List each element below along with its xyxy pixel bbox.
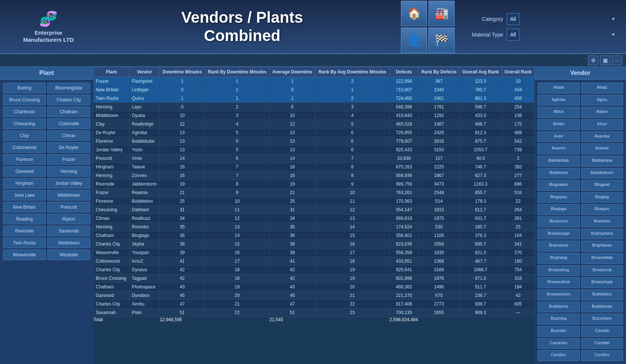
plant-btn[interactable]: Weaverville [3,250,46,260]
plant-btn[interactable]: Hingham [3,178,46,189]
table-row[interactable]: FlorenceBubbletube135136779,6072616875.7… [94,137,535,146]
plant-btn[interactable]: Florence [3,154,46,165]
plant-btn[interactable]: Riverside [3,226,46,236]
vendor-btn[interactable]: Avamba [581,132,623,142]
plant-btn[interactable]: Chesaning [3,118,46,129]
vendor-btn[interactable]: Browsezoom [538,289,580,300]
plant-btn[interactable]: Chatham [47,107,90,117]
factory-icon-btn[interactable]: 🏭 [429,1,455,26]
table-row[interactable]: GarwoodDynabox45204521221,370675238.742 [94,291,535,300]
table-row[interactable]: FrazerRealmix2192110763,2612548855.7516 [94,189,535,197]
plant-btn[interactable]: Cottonwood [3,142,46,153]
vendor-btn[interactable]: Camido [581,326,623,337]
plant-btn[interactable]: Henning [47,166,90,177]
vendor-btn[interactable]: Blognation [538,180,580,191]
vendor-btn[interactable]: Agimba [538,95,580,106]
vendor-btn[interactable]: Brainlounge [538,229,580,240]
vendor-btn[interactable]: Browsedrive [538,277,580,288]
vendor-btn[interactable]: Browsecat [581,265,623,276]
plant-btn[interactable]: Waldoboro [47,238,90,248]
plant-btn[interactable]: Charlevoix [3,107,46,117]
table-row[interactable]: ClayRealbridge124125465,0281487498.7175 [94,120,535,129]
vendor-btn[interactable]: Babbleblab [538,156,580,167]
table-row[interactable]: HenningLayo0263548,3991791598.7254 [94,103,535,111]
table-row[interactable]: HenningRoombo35133514174,524530185.725 [94,223,535,231]
plant-btn[interactable]: Prescott [47,202,90,212]
plant-btn[interactable]: Barling [3,83,46,93]
vendor-btn[interactable]: Blogtags [538,204,580,215]
table-row[interactable]: SavannahPlain51225123700,1352655909.3— [94,308,535,317]
table-row[interactable]: ChathamBlogtags36143615356,6011106378.31… [94,231,535,240]
table-row[interactable]: ClimaxRealbuzz34123413569,8181870631.728… [94,214,535,223]
plant-btn[interactable]: Clarksville [47,118,90,129]
vendor-btn[interactable]: Buzzshare [581,314,623,325]
vendor-btn[interactable]: Blogspan [538,192,580,203]
plant-btn[interactable]: Savannah [47,226,90,236]
vendor-btn[interactable]: Centifzu [581,350,623,361]
vendor-btn[interactable]: Babbleopia [581,156,623,167]
table-row[interactable]: MiddletownOyoba103104410,8401292433.0138 [94,111,535,120]
table-row[interactable]: Twin RocksQuinu1112724,4002401801.3456 [94,94,535,103]
vendor-btn[interactable]: Camimbo [538,338,580,349]
vendor-btn[interactable]: Agivu [581,95,623,106]
vendor-btn[interactable]: Bubblemix [538,302,580,313]
table-row[interactable]: FlorenceBubblebox25102511170,363514178.3… [94,197,535,206]
table-row[interactable]: WeavervilleYouspan39163917558,3581830621… [94,249,535,257]
table-row[interactable]: Bruce CrossingTagpad42184219601,99819766… [94,274,535,283]
vendor-btn[interactable]: Browsetype [581,277,623,288]
table-row[interactable]: Charles CitySkyba38153816623,6362056695.… [94,240,535,249]
plant-btn[interactable]: Charles City [47,95,90,105]
plant-btn[interactable]: Climax [47,130,90,141]
vendor-btn[interactable]: Brightbean [581,241,623,251]
vendor-btn[interactable]: Abatz [581,83,623,94]
more-toolbar-btn[interactable]: ··· [612,56,622,65]
table-row[interactable]: De RuylerAgimba135136729,8552426812.3468 [94,129,535,137]
vendor-btn[interactable]: Avamm [538,143,580,154]
vendor-btn[interactable]: Ailane [581,107,623,118]
filter-toolbar-btn[interactable]: ⚙ [588,56,598,65]
plant-btn[interactable]: Middletown [47,190,90,200]
vendor-btn[interactable]: Bluezoom [538,216,580,227]
vendor-btn[interactable]: Avee [538,132,580,142]
vendor-btn[interactable]: Babbleset [538,168,580,179]
plant-btn[interactable]: Reading [3,214,46,224]
vendor-btn[interactable]: Blogpad [581,180,623,191]
table-row[interactable]: HinghamTalane167168675,2632225746.7392 [94,163,535,171]
plant-btn[interactable]: June Lake [3,190,46,200]
plant-btn[interactable]: Bruce Crossing [3,95,46,105]
plant-btn[interactable]: New Britain [3,202,46,212]
category-select[interactable]: All [507,13,519,25]
table-row[interactable]: Charles CityAimbu47214722817,4062773938.… [94,300,535,308]
table-row[interactable]: RiversideJabberstorm198199999,7593473116… [94,180,535,189]
vendor-btn[interactable]: Bubblebox [581,289,623,300]
plant-btn[interactable]: Westside [47,250,90,260]
vendor-btn[interactable]: Buzzdog [538,314,580,325]
person-icon-btn[interactable]: 👤 [401,28,427,53]
table-row[interactable]: New BritainLinktype0101710,9072340780.74… [94,86,535,94]
vendor-btn[interactable]: Brainbox [581,216,623,227]
plant-btn[interactable]: Jordan Valley [47,178,90,189]
plant-btn[interactable]: Ripton [47,214,90,224]
plant-btn[interactable]: Frazer [47,154,90,165]
home-icon-btn[interactable]: 🏠 [401,1,427,26]
vendor-btn[interactable]: Babblestorm [581,168,623,179]
table-row[interactable]: HenningZooveo167168568,9361867627.3277 [94,171,535,180]
data-table-wrapper[interactable]: PlantVendorDowntime MinutesRank By Downt… [93,67,535,364]
vendor-btn[interactable]: Ainyx [581,119,623,130]
plant-btn[interactable]: Clay [3,130,46,141]
vendor-btn[interactable]: Centidel [581,338,623,349]
vendor-btn[interactable]: Browsebug [538,265,580,276]
table-row[interactable]: PrescottVinte14614733,83810740.02 [94,154,535,163]
plant-btn[interactable]: Twin Rocks [3,238,46,248]
vendor-btn[interactable]: Centifzu [538,350,580,361]
table-row[interactable]: CottonwoodInnoZ41174118433,9511368467.71… [94,257,535,266]
vendor-btn[interactable]: Browseblab [581,253,623,264]
plant-btn[interactable]: De Ruyler [47,142,90,153]
table-row[interactable]: Charles CityDynava42184219925,6413169106… [94,266,535,274]
vendor-btn[interactable]: Brainverse [538,241,580,251]
vendor-btn[interactable]: Bluejam [581,204,623,215]
vendor-btn[interactable]: Buzzsler [538,326,580,337]
grid-toolbar-btn[interactable]: ▦ [600,56,610,65]
table-row[interactable]: Jordan ValleyYozio135136920,43331501053.… [94,146,535,154]
material-select[interactable]: All [507,29,519,41]
